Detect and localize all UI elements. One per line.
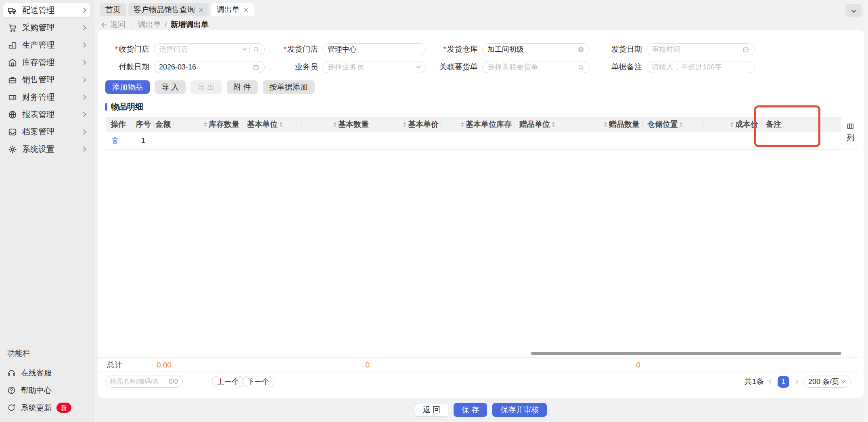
sender-warehouse-input[interactable] <box>487 45 575 54</box>
sidebar-item-inventory[interactable]: 库存管理 <box>3 55 90 69</box>
column-header-label: 基本单位 <box>247 119 278 130</box>
add-by-order-button[interactable]: 按单据添加 <box>263 80 315 94</box>
sender-store-input[interactable] <box>328 45 420 54</box>
cell-7 <box>372 132 442 150</box>
item-search-box: 0/0 <box>105 376 183 388</box>
column-header-5[interactable]: 基本单位 <box>243 117 301 132</box>
column-header-8[interactable]: 基本单位库存 <box>442 117 515 132</box>
sidebar-item-delivery[interactable]: 配送管理 <box>3 3 90 17</box>
ship-date-input[interactable] <box>652 45 740 54</box>
column-header-9[interactable]: 赠品单位 <box>515 117 574 132</box>
attachment-button[interactable]: 附 件 <box>227 80 258 94</box>
sidebar-item-label: 财务管理 <box>22 92 54 103</box>
next-button[interactable]: 下一个 <box>242 376 274 387</box>
back-button[interactable]: 返 回 <box>415 403 448 417</box>
salesman-input[interactable] <box>328 63 415 71</box>
tab-label: 客户物品销售查询 <box>134 4 195 15</box>
column-header-label: 仓储位置 <box>647 119 678 130</box>
import-button[interactable]: 导 入 <box>155 80 186 94</box>
sort-icon[interactable] <box>153 122 154 127</box>
sidebar: 配送管理采购管理生产管理库存管理销售管理财务管理报表管理档案管理系统设置 功能栏… <box>0 0 94 422</box>
form-field-order-remark: 单据备注 <box>578 61 755 73</box>
receiver-store-input[interactable] <box>159 45 241 54</box>
section-title: 物品明细 <box>105 101 143 112</box>
sort-icon[interactable] <box>279 122 282 127</box>
save-audit-button[interactable]: 保存并审核 <box>492 403 547 417</box>
sidebar-item-finance[interactable]: 财务管理 <box>3 90 90 104</box>
next-page-icon[interactable] <box>794 379 798 384</box>
sort-icon[interactable] <box>461 122 464 127</box>
sort-icon[interactable] <box>333 122 337 127</box>
save-button[interactable]: 保 存 <box>454 403 487 417</box>
sort-icon[interactable] <box>403 122 406 127</box>
horizontal-scrollbar[interactable] <box>531 352 841 355</box>
sort-icon[interactable] <box>552 122 555 127</box>
total-count: 共1条 <box>744 376 764 387</box>
sidebar-item-sales[interactable]: 销售管理 <box>3 73 90 87</box>
column-header-12[interactable]: 成本价 <box>703 117 761 132</box>
column-header-11[interactable]: 仓储位置 <box>643 117 703 132</box>
headset-icon <box>7 369 16 377</box>
sidebar-item-archives[interactable]: 档案管理 <box>3 125 90 139</box>
breadcrumb-parent[interactable]: 调出单 <box>138 19 161 30</box>
cell-5 <box>243 132 301 150</box>
column-settings-button[interactable]: 列 <box>842 117 859 149</box>
order-remark-input[interactable] <box>652 63 749 71</box>
footer-item-online-service[interactable]: 在线客服 <box>7 364 90 382</box>
page-scrollbar[interactable] <box>864 0 868 422</box>
total-金额: 0.00 <box>111 358 172 372</box>
sidebar-item-label: 系统设置 <box>22 144 54 155</box>
breadcrumb-divider <box>132 21 132 28</box>
add-item-button[interactable]: 添加物品 <box>105 80 150 94</box>
sort-icon[interactable] <box>730 122 734 127</box>
footer-item-help-center[interactable]: 帮助中心 <box>7 382 90 399</box>
column-header-6[interactable]: 基本数量 <box>301 117 372 132</box>
prev-page-icon[interactable] <box>768 379 773 384</box>
tab-home[interactable]: 首页 <box>100 3 126 16</box>
column-header-1: 操作 <box>106 117 133 132</box>
field-input-receiver-store <box>154 43 265 55</box>
form-field-related-request-order: 关联要货单 <box>413 61 590 73</box>
sort-icon[interactable] <box>680 122 683 127</box>
calendar-icon[interactable] <box>743 46 749 53</box>
pay-date-input[interactable] <box>159 63 250 71</box>
sort-icon[interactable] <box>204 122 207 127</box>
column-header-3[interactable]: 金额 <box>153 117 174 132</box>
breadcrumb-back[interactable]: 返回 <box>110 19 125 30</box>
table-footer: 0/0 上一个 下一个 共1条 1 200 条/页 <box>105 376 852 388</box>
field-label: *发货仓库 <box>413 44 478 55</box>
delete-row-icon[interactable] <box>111 136 119 145</box>
back-arrow-icon[interactable] <box>100 21 108 29</box>
cell-9 <box>515 132 574 150</box>
tab-transfer-out-order[interactable]: 调出单 <box>211 3 254 16</box>
footer-item-label: 系统更新 <box>21 403 52 413</box>
related-request-order-input[interactable] <box>487 63 575 71</box>
chevron-down-icon[interactable] <box>243 46 247 50</box>
items-table: 操作序号金额库存数量基本单位基本数量基本单价基本单位库存赠品单位赠品数量仓储位置… <box>106 117 841 150</box>
column-header-label: 赠品数量 <box>609 119 640 130</box>
sidebar-item-production[interactable]: 生产管理 <box>3 38 90 52</box>
close-icon[interactable] <box>243 7 249 13</box>
close-icon[interactable] <box>199 7 204 13</box>
tab-customer-item-sales-query[interactable]: 客户物品销售查询 <box>128 3 209 16</box>
field-input-salesman <box>322 61 426 73</box>
previous-button[interactable]: 上一个 <box>212 376 244 387</box>
sidebar-item-settings[interactable]: 系统设置 <box>3 142 90 156</box>
ticket-icon <box>8 93 17 102</box>
page-size-select[interactable]: 200 条/页 <box>803 376 851 388</box>
field-label: 付款日期 <box>102 62 149 72</box>
collapse-tabs-button[interactable] <box>845 4 862 17</box>
form-field-ship-date: 发货日期 <box>578 43 755 55</box>
column-header-7[interactable]: 基本单价 <box>372 117 442 132</box>
sidebar-item-reports[interactable]: 报表管理 <box>3 107 90 122</box>
cell-1 <box>106 132 133 150</box>
column-header-10[interactable]: 赠品数量 <box>574 117 643 132</box>
sidebar-item-purchase[interactable]: 采购管理 <box>3 21 90 35</box>
chevron-down-icon <box>841 378 846 383</box>
chevron-right-icon <box>81 147 86 152</box>
page-number-button[interactable]: 1 <box>778 376 789 388</box>
sort-icon[interactable] <box>604 122 607 127</box>
column-header-4[interactable]: 库存数量 <box>174 117 243 132</box>
item-search-input[interactable] <box>110 378 158 385</box>
footer-item-system-update[interactable]: 系统更新新 <box>7 399 90 416</box>
